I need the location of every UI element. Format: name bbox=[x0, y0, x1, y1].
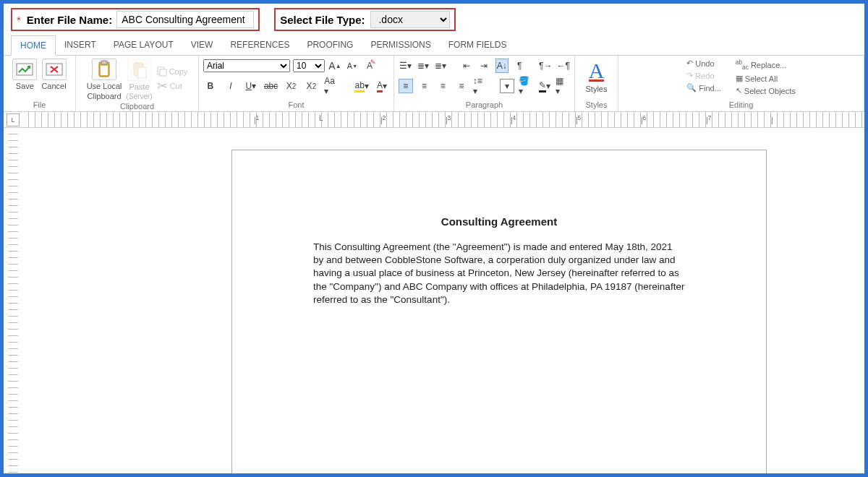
align-left-button[interactable]: ≡ bbox=[399, 79, 413, 93]
paragraph-section-label: Paragraph bbox=[399, 99, 570, 109]
sort-button[interactable]: A↓ bbox=[495, 59, 509, 73]
svg-rect-3 bbox=[101, 61, 107, 64]
ribbon: Save Cancel File Use Local C bbox=[4, 56, 864, 112]
clipboard-section-label: Clipboard bbox=[120, 100, 154, 111]
rtl-button[interactable]: ←¶ bbox=[557, 59, 570, 73]
redo-button[interactable]: ↷Redo bbox=[686, 71, 721, 80]
svg-rect-4 bbox=[101, 66, 108, 75]
editing-section-label: Editing bbox=[729, 99, 754, 109]
menu-tabs: HOME INSERT PAGE LAYOUT VIEW REFERENCES … bbox=[4, 35, 864, 56]
indent-button[interactable]: ⇥ bbox=[477, 59, 490, 73]
tab-proofing[interactable]: PROOFING bbox=[298, 35, 362, 55]
paste-button[interactable]: Paste (Server) bbox=[127, 59, 153, 100]
top-filebar: * Enter File Name: Select File Type: .do… bbox=[4, 4, 864, 35]
undo-button[interactable]: ↶Undo bbox=[686, 59, 721, 68]
svg-rect-8 bbox=[160, 69, 166, 76]
italic-button[interactable]: I bbox=[224, 79, 238, 93]
tab-insert[interactable]: INSERT bbox=[56, 35, 105, 55]
document-body[interactable]: Consulting Agreement This Consulting Agr… bbox=[232, 150, 766, 306]
superscript-button[interactable]: X2 bbox=[304, 79, 318, 93]
grow-font-button[interactable]: A▲ bbox=[328, 59, 342, 73]
change-case-button[interactable]: Aa ▾ bbox=[324, 79, 339, 93]
align-center-button[interactable]: ≡ bbox=[417, 79, 432, 93]
svg-rect-6 bbox=[138, 67, 146, 78]
borders-button[interactable]: ▦ ▾ bbox=[556, 79, 570, 93]
tab-references[interactable]: REFERENCES bbox=[221, 35, 298, 55]
pointer-icon: ↖ bbox=[736, 86, 742, 95]
tab-pagelayout[interactable]: PAGE LAYOUT bbox=[105, 35, 182, 55]
copy-button[interactable]: Copy bbox=[157, 66, 188, 77]
font-family-select[interactable]: Arial bbox=[203, 59, 290, 72]
filename-label: Enter File Name: bbox=[27, 14, 112, 26]
scissors-icon: ✂ bbox=[157, 80, 168, 93]
find-icon: 🔍 bbox=[686, 83, 697, 93]
ribbon-font-section: Arial 10 A▲ A▼ A✎ B I U ▾ abc X2 X2 Aa ▾… bbox=[199, 56, 394, 111]
ribbon-paragraph-section: ☰▾ ≣▾ ≣▾ ⇤ ⇥ A↓ ¶ ¶→ ←¶ ≡ ≡ ≡ ≡ ↕≡ ▾ ▾ bbox=[394, 56, 575, 111]
ruler-track[interactable]: |1 L |2 |3 |4 |5 |6 |7 | bbox=[22, 112, 864, 128]
cut-button[interactable]: ✂ Cut bbox=[157, 80, 188, 93]
showmarks-button[interactable]: ¶ bbox=[513, 59, 526, 73]
align-right-button[interactable]: ≡ bbox=[435, 79, 450, 93]
ribbon-styles-section: A Styles Styles bbox=[575, 56, 618, 111]
bold-button[interactable]: B bbox=[203, 79, 218, 93]
font-size-select[interactable]: 10 bbox=[293, 59, 325, 72]
undo-icon: ↶ bbox=[686, 59, 693, 68]
tab-selector[interactable]: L bbox=[7, 113, 20, 126]
align-justify-button[interactable]: ≡ bbox=[454, 79, 469, 93]
selectall-button[interactable]: ▦Select All bbox=[736, 74, 796, 83]
ribbon-file-section: Save Cancel File bbox=[4, 56, 76, 111]
styles-icon: A bbox=[589, 59, 605, 83]
filename-group: * Enter File Name: bbox=[11, 8, 260, 31]
redo-icon: ↷ bbox=[686, 71, 693, 80]
font-color-button[interactable]: A ▾ bbox=[375, 79, 389, 93]
replace-icon: abac bbox=[736, 59, 749, 71]
selectobjects-button[interactable]: ↖Select Objects bbox=[736, 86, 796, 95]
styles-button[interactable]: A Styles bbox=[586, 59, 608, 93]
font-section-label: Font bbox=[203, 99, 389, 109]
tab-permissions[interactable]: PERMISSIONS bbox=[362, 35, 439, 55]
filetype-select[interactable]: .docx bbox=[370, 11, 450, 28]
fill-button[interactable]: 🪣▾ bbox=[519, 79, 533, 93]
styles-section-label: Styles bbox=[586, 99, 608, 109]
file-section-label: File bbox=[33, 99, 46, 109]
app-window: * Enter File Name: Select File Type: .do… bbox=[4, 4, 864, 473]
shading-button[interactable]: ▾ bbox=[500, 79, 514, 93]
bullets-button[interactable]: ☰▾ bbox=[399, 59, 412, 73]
clear-format-button[interactable]: A✎ bbox=[362, 59, 377, 73]
ribbon-clipboard-section: Use Local Clipboard Paste (Server) Copy bbox=[76, 56, 199, 111]
paste-icon bbox=[127, 59, 152, 81]
workspace: Consulting Agreement This Consulting Agr… bbox=[4, 128, 864, 473]
ltr-button[interactable]: ¶→ bbox=[539, 59, 552, 73]
tab-view[interactable]: VIEW bbox=[182, 35, 222, 55]
document-page[interactable]: Consulting Agreement This Consulting Agr… bbox=[231, 150, 767, 473]
ribbon-editing-section: ↶Undo ↷Redo 🔍Find... abacReplace... ▦Sel… bbox=[618, 56, 864, 111]
filetype-group: Select File Type: .docx bbox=[274, 8, 456, 31]
strike-button[interactable]: abc bbox=[264, 79, 278, 93]
clipboard-icon bbox=[92, 59, 116, 80]
underline-button[interactable]: U ▾ bbox=[244, 79, 258, 93]
uselocal-clipboard-button[interactable]: Use Local Clipboard bbox=[87, 59, 122, 100]
line-spacing-button[interactable]: ↕≡ ▾ bbox=[473, 79, 488, 93]
doc-title: Consulting Agreement bbox=[313, 215, 685, 228]
ruler: L |1 L |2 |3 |4 |5 |6 |7 | bbox=[4, 112, 864, 128]
required-star: * bbox=[17, 14, 21, 26]
replace-button[interactable]: abacReplace... bbox=[736, 59, 796, 71]
cancel-button[interactable]: Cancel bbox=[41, 59, 66, 90]
multilevel-button[interactable]: ≣▾ bbox=[434, 59, 447, 73]
filename-input[interactable] bbox=[116, 11, 254, 28]
shrink-font-button[interactable]: A▼ bbox=[345, 59, 359, 73]
save-button[interactable]: Save bbox=[12, 59, 37, 90]
pen-color-button[interactable]: ✎▾ bbox=[537, 79, 552, 93]
tab-home[interactable]: HOME bbox=[11, 35, 56, 56]
numbering-button[interactable]: ≣▾ bbox=[416, 59, 429, 73]
cancel-icon bbox=[42, 59, 67, 80]
subscript-button[interactable]: X2 bbox=[284, 79, 299, 93]
filetype-label: Select File Type: bbox=[280, 14, 365, 26]
find-button[interactable]: 🔍Find... bbox=[686, 83, 721, 93]
highlight-button[interactable]: ab▾ bbox=[354, 79, 369, 93]
tab-formfields[interactable]: FORM FIELDS bbox=[440, 35, 516, 55]
vertical-ruler bbox=[8, 128, 18, 473]
svg-rect-0 bbox=[17, 64, 33, 75]
selectall-icon: ▦ bbox=[736, 74, 743, 83]
outdent-button[interactable]: ⇤ bbox=[460, 59, 473, 73]
